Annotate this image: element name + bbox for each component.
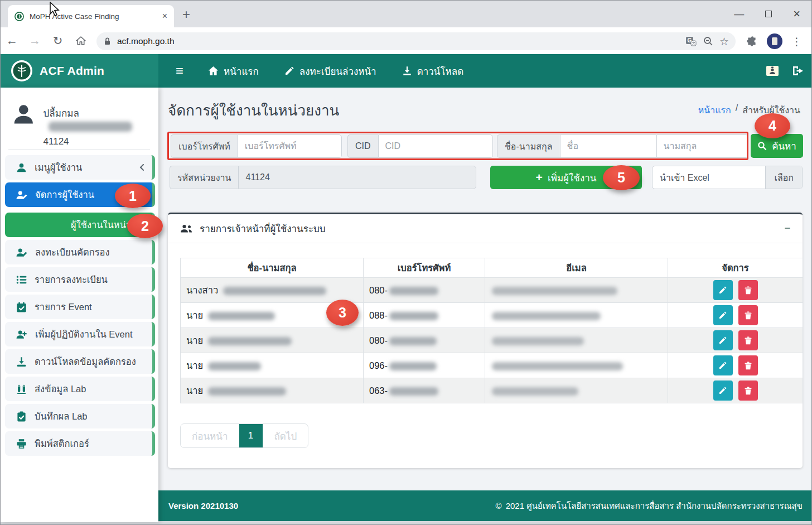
trash-icon [745,311,752,320]
pagination-previous[interactable]: ก่อนหน้า [181,424,239,447]
edit-button[interactable] [713,380,733,401]
navbar-right [766,54,805,88]
sidebar-item-user-menu[interactable]: เมนูผู้ใช้งาน [5,155,155,180]
printer-icon [16,439,27,449]
minimize-button[interactable]: — [734,8,744,20]
sidebar-user: ปลื้มกมล 41124 [12,101,158,147]
breadcrumb-home-link[interactable]: หน้าแรก [698,103,731,117]
app-brand[interactable]: ACF Admin [1,54,158,88]
sidebar-item-record-lab-result[interactable]: บันทึกผล Lab [5,404,155,428]
window-controls: — × [734,1,812,27]
org-code-label: รหัสหน่วยงาน [170,166,238,189]
redacted-phone [389,287,438,295]
browser-menu-icon[interactable]: ⋮ [791,35,802,48]
redacted-name [208,312,275,320]
pagination-next[interactable]: ถัดไป [263,424,308,447]
table-row: นางสาว 080- [181,278,803,303]
org-code-input[interactable] [238,166,476,189]
import-excel-input[interactable]: นำเข้า Excel เลือก [652,166,803,189]
breadcrumb: หน้าแรก / สำหรับผู้ใช้งาน [698,103,800,117]
sidebar-toggle-button[interactable]: ≡ [168,63,191,79]
delete-button[interactable] [738,280,758,300]
translate-icon[interactable]: G [685,36,697,47]
delete-button[interactable] [738,330,758,350]
pencil-icon [719,387,727,394]
close-window-button[interactable]: × [793,7,800,21]
table-row: นาย 088- [181,303,803,328]
table-row: นาย 080- [181,328,803,353]
edit-button[interactable] [713,330,733,350]
tab-strip: MoPH Active Case Finding × + — × [1,1,812,27]
extensions-puzzle-icon[interactable] [746,35,758,47]
delete-button[interactable] [738,355,758,375]
search-icon [757,141,767,151]
collapse-icon[interactable]: − [784,223,790,234]
new-tab-button[interactable]: + [182,8,190,21]
table-row: นาย 096- [181,353,803,378]
home-button[interactable] [69,35,92,46]
nav-item-home[interactable]: หน้าแรก [199,64,268,79]
sign-out-icon[interactable] [791,65,805,77]
download-icon [16,357,27,367]
col-manage: จัดการ [668,258,803,278]
browse-button[interactable]: เลือก [765,166,802,189]
redacted-name [208,362,261,370]
card-header: รายการเจ้าหน้าที่ผู้ใช้งานระบบ − [168,214,803,243]
trash-icon [745,286,752,295]
bookmark-star-icon[interactable]: ☆ [719,35,729,48]
reload-button[interactable]: ↻ [46,34,69,47]
annotation-step-2: 2 [127,214,163,238]
redacted-phone [389,362,437,370]
app-navbar: ACF Admin ≡ หน้าแรก ลงทะเบียนล่วงหน้า ดา… [1,54,812,88]
sidebar-item-download-screening[interactable]: ดาวน์โหลดข้อมูลคัดกรอง [5,349,155,374]
tab-favicon [14,12,24,21]
pencil-icon [719,336,727,344]
redacted-phone [389,337,437,345]
col-phone: เบอร์โทรศัพท์ [364,258,485,278]
pagination-page-1[interactable]: 1 [239,424,263,447]
redacted-email [492,287,617,295]
annotation-step-1: 1 [115,184,151,208]
browser-profile-avatar[interactable] [767,33,782,49]
calendar-check-icon [16,302,27,312]
col-email: อีเมล [485,258,668,278]
redacted-phone [389,312,438,320]
annotation-step-3: 3 [326,300,359,326]
plus-icon: + [536,171,543,184]
delete-button[interactable] [738,305,758,325]
forward-button[interactable]: → [23,34,46,47]
pencil-icon [284,66,294,76]
delete-button[interactable] [738,380,758,401]
maximize-button[interactable] [765,11,772,17]
import-excel-label: นำเข้า Excel [652,166,765,189]
sidebar-item-send-lab-data[interactable]: ส่งข้อมูล Lab [5,377,155,401]
edit-button[interactable] [713,280,733,300]
footer-copyright: © 2021 ศูนย์เทคโนโลยีสารสนเทศและการสื่อส… [496,499,803,513]
sidebar-item-register-screening[interactable]: ลงทะเบียนคัดกรอง [5,240,155,264]
sidebar-item-print-sticker[interactable]: พิมพ์สติกเกอร์ [5,431,155,456]
sidebar-item-registration-list[interactable]: รายการลงทะเบียน [5,267,155,292]
edit-button[interactable] [713,355,733,375]
address-bar[interactable]: acf.moph.go.th G ☆ [96,32,736,50]
edit-button[interactable] [713,305,733,325]
browser-tab[interactable]: MoPH Active Case Finding × [8,5,174,27]
app-brand-label: ACF Admin [40,64,104,78]
pagination: ก่อนหน้า 1 ถัดไป [180,423,308,448]
url-text[interactable]: acf.moph.go.th [117,36,679,46]
tab-close-icon[interactable]: × [162,11,167,21]
user-edit-icon [16,247,27,258]
sidebar: ปลื้มกมล 41124 เมนูผู้ใช้งาน จัดการผู้ใช… [1,88,158,522]
list-icon [16,274,27,285]
redacted-phone [389,387,438,396]
org-code-group: รหัสหน่วยงาน [170,166,476,189]
back-button[interactable]: ← [1,34,23,47]
clipboard-check-icon [16,411,27,422]
nav-item-preregister[interactable]: ลงทะเบียนล่วงหน้า [276,64,385,79]
user-code: 41124 [44,136,158,147]
sidebar-item-event-list[interactable]: รายการ Event [5,295,155,319]
zoom-out-icon[interactable] [703,36,714,47]
annotation-search-box [167,132,748,160]
id-card-icon[interactable] [766,65,779,77]
nav-item-download[interactable]: ดาวน์โหลด [393,64,473,79]
sidebar-item-add-event-staff[interactable]: เพิ่มผู้ปฏิบัติงานใน Event [5,322,155,346]
